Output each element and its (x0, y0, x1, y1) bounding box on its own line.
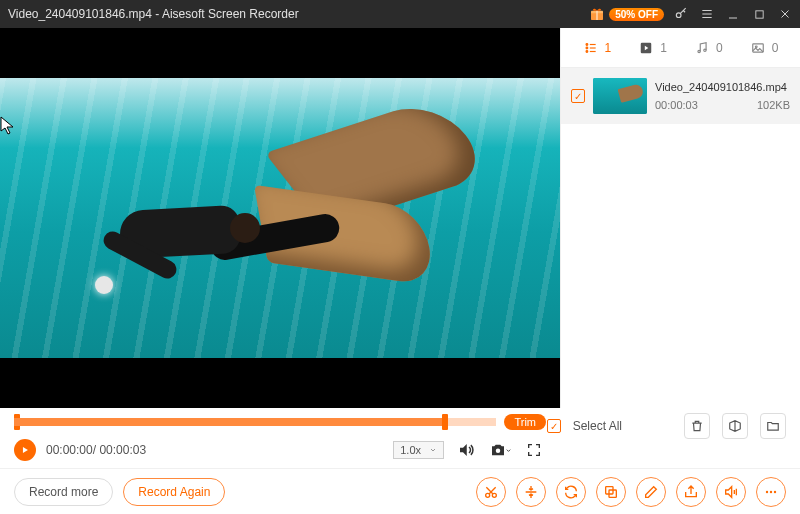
fullscreen-button[interactable] (522, 438, 546, 462)
maximize-button[interactable] (752, 7, 766, 21)
cut-tool[interactable] (476, 477, 506, 507)
video-frame (0, 78, 560, 358)
titlebar: Video_240409101846.mp4 - Aisesoft Screen… (0, 0, 800, 28)
play-button[interactable] (14, 439, 36, 461)
window-title: Video_240409101846.mp4 - Aisesoft Screen… (8, 7, 589, 21)
promo-banner[interactable]: 50% OFF (589, 6, 664, 22)
export-button[interactable] (722, 413, 748, 439)
merge-tool[interactable] (596, 477, 626, 507)
svg-point-3 (676, 13, 681, 18)
speed-select[interactable]: 1.0x (393, 441, 444, 459)
volume-button[interactable] (454, 438, 478, 462)
svg-point-13 (495, 449, 500, 454)
title-appname: Aisesoft Screen Recorder (162, 7, 299, 21)
svg-point-9 (698, 50, 700, 52)
trim-timeline[interactable]: Trim (14, 414, 546, 430)
open-folder-button[interactable] (760, 413, 786, 439)
close-button[interactable] (778, 7, 792, 21)
delete-button[interactable] (684, 413, 710, 439)
gift-icon (589, 6, 605, 22)
player-controls: Trim 00:00:00/ 00:00:03 1.0x (0, 408, 560, 468)
svg-point-10 (704, 49, 706, 51)
promo-badge: 50% OFF (609, 8, 664, 21)
cursor-icon (0, 116, 16, 136)
minimize-button[interactable] (726, 7, 740, 21)
media-type-tabs: 1 1 0 0 (561, 28, 800, 68)
tab-video[interactable]: 1 (625, 41, 681, 55)
video-preview[interactable] (0, 28, 560, 408)
tab-all[interactable]: 1 (569, 41, 625, 55)
tab-all-count: 1 (605, 41, 612, 55)
record-more-button[interactable]: Record more (14, 478, 113, 506)
item-duration: 00:00:03 (655, 99, 698, 111)
key-icon[interactable] (674, 7, 688, 21)
svg-point-5 (586, 43, 588, 45)
list-actions: ✓ Select All (547, 413, 786, 439)
snapshot-button[interactable] (488, 438, 512, 462)
svg-point-20 (774, 490, 776, 492)
svg-point-19 (770, 490, 772, 492)
trim-button[interactable]: Trim (504, 414, 546, 430)
select-all-label: Select All (573, 419, 622, 433)
more-tools[interactable] (756, 477, 786, 507)
item-thumbnail (593, 78, 647, 114)
title-sep: - (152, 7, 162, 21)
item-size: 102KB (757, 99, 790, 111)
audio-tool[interactable] (716, 477, 746, 507)
list-item[interactable]: ✓ Video_240409101846.mp4 00:00:03 102KB (561, 68, 800, 124)
title-filename: Video_240409101846.mp4 (8, 7, 152, 21)
record-again-button[interactable]: Record Again (123, 478, 225, 506)
share-tool[interactable] (676, 477, 706, 507)
convert-tool[interactable] (556, 477, 586, 507)
svg-point-18 (766, 490, 768, 492)
tab-audio[interactable]: 0 (681, 41, 737, 55)
edit-tool[interactable] (636, 477, 666, 507)
select-all-checkbox[interactable]: ✓ (547, 419, 561, 433)
media-list-panel: 1 1 0 0 ✓ Video_240409101846.mp4 00:00:0… (560, 28, 800, 408)
time-display: 00:00:00/ 00:00:03 (46, 443, 146, 457)
svg-rect-2 (597, 11, 598, 20)
tab-audio-count: 0 (716, 41, 723, 55)
svg-rect-4 (755, 10, 762, 17)
window-system-buttons (674, 7, 792, 21)
bottom-toolbar: Record more Record Again (0, 468, 800, 514)
tab-video-count: 1 (660, 41, 667, 55)
compress-tool[interactable] (516, 477, 546, 507)
item-checkbox[interactable]: ✓ (571, 89, 585, 103)
chevron-down-icon (429, 446, 437, 454)
tab-image-count: 0 (772, 41, 779, 55)
menu-icon[interactable] (700, 7, 714, 21)
svg-point-6 (586, 47, 588, 49)
svg-point-7 (586, 50, 588, 52)
tab-image[interactable]: 0 (736, 41, 792, 55)
item-filename: Video_240409101846.mp4 (655, 81, 790, 93)
